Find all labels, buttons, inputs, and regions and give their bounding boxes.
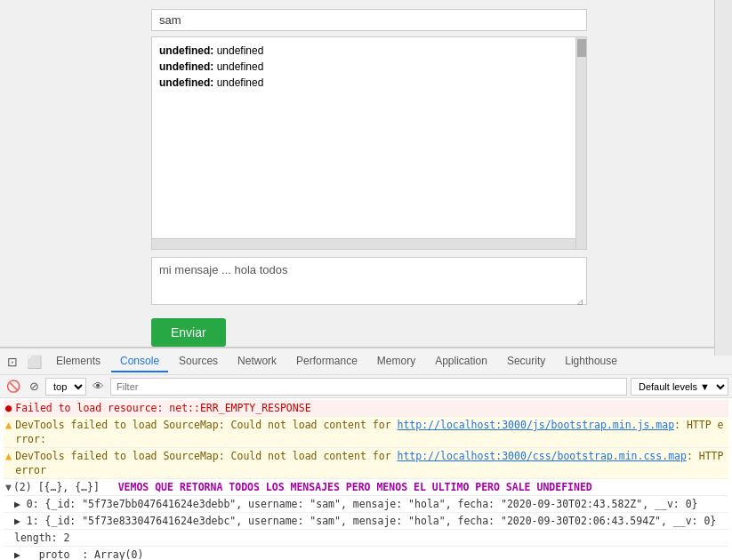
msg-label-3: undefined: xyxy=(159,76,213,89)
tab-network[interactable]: Network xyxy=(229,351,286,372)
tab-console[interactable]: Console xyxy=(111,351,168,372)
app-area: undefined: undefined undefined: undefine… xyxy=(0,0,732,347)
console-expand-text-0: ▶ 0: {_id: "5f73e7bb047641624e3debb", us… xyxy=(14,497,727,511)
tab-security[interactable]: Security xyxy=(498,351,554,372)
console-content: ● Failed to load resource: net::ERR_EMPT… xyxy=(0,398,732,560)
console-expand-0: ▶ 0: {_id: "5f73e7bb047641624e3debb", us… xyxy=(4,496,728,513)
console-expand-proto: ▶ __proto__: Array(0) xyxy=(4,547,728,560)
info-prefix: (2) [{…}, {…}] xyxy=(13,481,100,493)
msg-label-1: undefined: xyxy=(159,44,213,57)
devtools-mobile-icon[interactable]: ⬜ xyxy=(23,353,45,371)
message-line-3: undefined: undefined xyxy=(159,76,579,89)
console-context-select[interactable]: top xyxy=(45,378,86,396)
console-expand-length-text: length: 2 xyxy=(14,531,727,545)
console-line-warning-1: ▲ DevTools failed to load SourceMap: Cou… xyxy=(4,417,728,448)
messages-scrollbar-bottom[interactable] xyxy=(152,238,575,249)
enviar-button[interactable]: Enviar xyxy=(151,318,226,347)
warning-text-pre-2: DevTools failed to load SourceMap: Could… xyxy=(15,450,397,462)
devtools-tabbar: ⊡ ⬜ Elements Console Sources Network Per… xyxy=(0,348,732,375)
console-expand-1: ▶ 1: {_id: "5f73e833047641624e3debc", us… xyxy=(4,513,728,530)
warning-link-1[interactable]: http://localhost:3000/js/bootstrap.min.j… xyxy=(398,419,675,431)
console-line-error: ● Failed to load resource: net::ERR_EMPT… xyxy=(4,400,728,417)
warning-icon-1: ▲ xyxy=(5,418,12,432)
scrollbar-thumb[interactable] xyxy=(577,39,586,57)
console-warning-text-1: DevTools failed to load SourceMap: Could… xyxy=(15,418,727,446)
console-line-info: ▼ (2) [{…}, {…}] VEMOS QUE RETORNA TODOS… xyxy=(4,479,728,496)
console-expand-text-1: ▶ 1: {_id: "5f73e833047641624e3debc", us… xyxy=(14,514,727,528)
message-textarea[interactable]: mi mensaje ... hola todos xyxy=(151,257,587,305)
message-textarea-container: mi mensaje ... hola todos ⊿ xyxy=(151,257,587,308)
message-line-2: undefined: undefined xyxy=(159,60,579,73)
console-filter-input[interactable] xyxy=(110,378,627,396)
console-line-warning-2: ▲ DevTools failed to load SourceMap: Cou… xyxy=(4,448,728,479)
tab-application[interactable]: Application xyxy=(426,351,496,372)
msg-value-1: undefined xyxy=(213,44,263,57)
messages-scrollbar-right[interactable] xyxy=(575,37,586,249)
console-clear-btn[interactable]: 🚫 xyxy=(4,379,23,394)
warning-link-2[interactable]: http://localhost:3000/css/bootstrap.min.… xyxy=(398,450,687,462)
error-icon: ● xyxy=(5,401,12,415)
messages-box: undefined: undefined undefined: undefine… xyxy=(151,36,587,250)
warning-text-pre-1: DevTools failed to load SourceMap: Could… xyxy=(15,419,397,431)
msg-value-2: undefined xyxy=(213,60,263,73)
console-eye-btn[interactable]: 👁 xyxy=(90,379,107,394)
console-warning-text-2: DevTools failed to load SourceMap: Could… xyxy=(15,449,727,477)
console-info-text: (2) [{…}, {…}] VEMOS QUE RETORNA TODOS L… xyxy=(13,480,727,494)
tab-sources[interactable]: Sources xyxy=(170,351,227,372)
warning-icon-2: ▲ xyxy=(5,449,12,463)
console-levels-select[interactable]: Default levels ▼ xyxy=(631,378,728,396)
devtools-panel: ⊡ ⬜ Elements Console Sources Network Per… xyxy=(0,347,732,560)
msg-label-2: undefined: xyxy=(159,60,213,73)
console-filter-btn[interactable]: ⊘ xyxy=(27,379,42,394)
msg-value-3: undefined xyxy=(213,76,263,89)
console-expand-proto-text: ▶ __proto__: Array(0) xyxy=(14,548,727,560)
console-error-text: Failed to load resource: net::ERR_EMPTY_… xyxy=(15,401,727,415)
message-line-1: undefined: undefined xyxy=(159,44,579,57)
right-sidebar-scroll[interactable] xyxy=(714,0,732,356)
tab-performance[interactable]: Performance xyxy=(287,351,366,372)
expand-icon-main[interactable]: ▼ xyxy=(5,480,12,494)
console-toolbar: 🚫 ⊘ top 👁 Default levels ▼ xyxy=(0,375,732,398)
info-comment: VEMOS QUE RETORNA TODOS LOS MENSAJES PER… xyxy=(118,481,592,493)
tab-elements[interactable]: Elements xyxy=(47,351,109,372)
resize-handle[interactable]: ⊿ xyxy=(576,297,585,306)
devtools-cursor-icon[interactable]: ⊡ xyxy=(4,353,21,371)
tab-memory[interactable]: Memory xyxy=(368,351,424,372)
tab-lighthouse[interactable]: Lighthouse xyxy=(556,351,626,372)
console-expand-length: length: 2 xyxy=(4,530,728,547)
sam-input[interactable] xyxy=(151,9,587,31)
